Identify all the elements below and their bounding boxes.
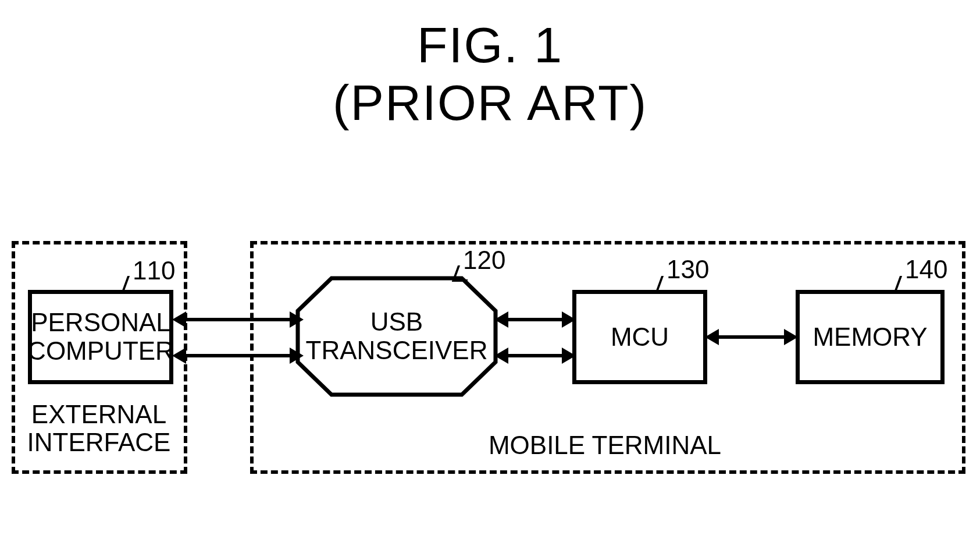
title-line-1: FIG. 1 bbox=[0, 16, 980, 74]
arrow-usb-mcu-upper-right bbox=[562, 311, 576, 328]
arrow-usb-mcu-lower-left bbox=[494, 348, 508, 364]
arrow-pc-usb-lower-right bbox=[290, 348, 304, 364]
figure-title: FIG. 1 (PRIOR ART) bbox=[0, 0, 980, 132]
arrow-pc-usb-upper bbox=[181, 318, 294, 321]
memory-ref-label: 140 bbox=[905, 255, 947, 284]
arrow-pc-usb-upper-left bbox=[172, 311, 186, 328]
arrow-usb-mcu-upper bbox=[504, 318, 566, 321]
usb-transceiver-label: USB TRANSCEIVER bbox=[306, 308, 488, 364]
external-interface-label: EXTERNAL INTERFACE bbox=[23, 400, 174, 457]
usb-ref-label: 120 bbox=[463, 246, 505, 275]
personal-computer-block: PERSONAL COMPUTER bbox=[28, 290, 173, 384]
mcu-ref-label: 130 bbox=[667, 255, 709, 284]
arrow-mcu-memory-right bbox=[784, 329, 798, 345]
arrow-mcu-memory bbox=[714, 335, 789, 339]
arrow-usb-mcu-lower-right bbox=[562, 348, 576, 364]
usb-transceiver-block: USB TRANSCEIVER bbox=[295, 276, 498, 397]
arrow-usb-mcu-upper-left bbox=[494, 311, 508, 328]
pc-ref-label: 110 bbox=[133, 256, 175, 285]
diagram-canvas: EXTERNAL INTERFACE MOBILE TERMINAL PERSO… bbox=[0, 225, 980, 553]
arrow-pc-usb-lower bbox=[181, 354, 294, 357]
arrow-usb-mcu-lower bbox=[504, 354, 566, 357]
arrow-pc-usb-lower-left bbox=[172, 348, 186, 364]
title-line-2: (PRIOR ART) bbox=[0, 74, 980, 132]
memory-block: MEMORY bbox=[796, 290, 945, 384]
arrow-mcu-memory-left bbox=[705, 329, 719, 345]
arrow-pc-usb-upper-right bbox=[290, 311, 304, 328]
mobile-terminal-label: MOBILE TERMINAL bbox=[477, 431, 733, 459]
mcu-block: MCU bbox=[572, 290, 707, 384]
